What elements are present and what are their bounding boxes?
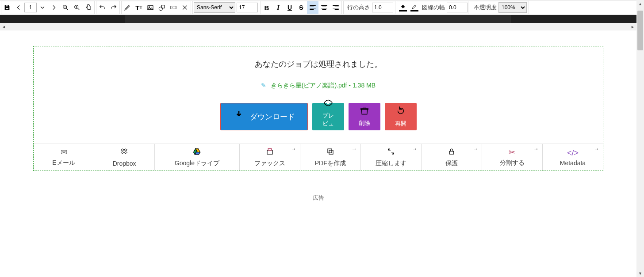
- svg-rect-8: [171, 6, 176, 9]
- scroll-down-button[interactable]: ▼: [636, 269, 644, 277]
- line-height-input[interactable]: [372, 3, 393, 12]
- svg-rect-12: [329, 150, 333, 154]
- download-button[interactable]: ダウンロード: [220, 103, 308, 130]
- strikethrough-button[interactable]: S: [295, 1, 307, 14]
- scissors-icon: ✂: [509, 148, 515, 157]
- svg-rect-14: [449, 151, 453, 154]
- svg-rect-11: [268, 148, 272, 150]
- horizontal-scrollbar[interactable]: ◄ ►: [0, 23, 636, 30]
- editor-toolbar: TT Sans-Serif B I U S 行の高さ: [0, 0, 636, 15]
- redo-button[interactable]: [108, 1, 119, 14]
- card-label: 圧縮します: [376, 159, 406, 167]
- arrow-icon: →: [594, 146, 599, 152]
- align-left-button[interactable]: [307, 1, 318, 14]
- copy-icon: [326, 148, 334, 158]
- restart-label: 再開: [395, 120, 406, 128]
- lock-icon: [448, 148, 455, 158]
- result-file-row: ✎ きらきら星(ピアノ楽譜).pdf - 1.38 MB: [34, 82, 603, 90]
- svg-rect-0: [6, 5, 8, 7]
- result-panel: あなたのジョブは処理されました。 ✎ きらきら星(ピアノ楽譜).pdf - 1.…: [33, 46, 603, 171]
- underline-button[interactable]: U: [284, 1, 295, 14]
- card-label: Dropbox: [113, 160, 136, 167]
- gdrive-icon: [192, 148, 201, 158]
- preview-button[interactable]: プレビュー: [312, 103, 344, 130]
- download-icon: [233, 110, 245, 124]
- trash-icon: [360, 106, 369, 118]
- scroll-right-button[interactable]: ►: [629, 23, 636, 30]
- card-email[interactable]: ✉ Eメール: [34, 144, 94, 171]
- card-label: 分割する: [500, 159, 525, 167]
- code-icon: </>: [567, 148, 579, 158]
- fax-icon: [266, 148, 274, 158]
- card-label: ファックス: [254, 159, 285, 167]
- pencil-icon[interactable]: ✎: [261, 82, 266, 89]
- fill-color-button[interactable]: [397, 1, 409, 14]
- undo-button[interactable]: [96, 1, 108, 14]
- card-gdrive[interactable]: Googleドライブ: [155, 144, 239, 171]
- bold-button[interactable]: B: [261, 1, 272, 14]
- envelope-icon: ✉: [61, 148, 67, 157]
- arrow-icon: →: [412, 146, 418, 152]
- italic-button[interactable]: I: [272, 1, 284, 14]
- next-page-button[interactable]: [48, 1, 60, 14]
- scroll-thumb[interactable]: [637, 11, 643, 50]
- undo-icon: [396, 106, 406, 118]
- form-tool-button[interactable]: [168, 1, 179, 14]
- result-filename[interactable]: きらきら星(ピアノ楽譜).pdf: [271, 82, 347, 89]
- card-protect[interactable]: → 保護: [422, 144, 482, 171]
- delete-button[interactable]: 削除: [349, 103, 380, 130]
- align-center-button[interactable]: [318, 1, 330, 14]
- delete-label: 削除: [359, 119, 370, 127]
- save-button[interactable]: [1, 1, 13, 14]
- font-size-input[interactable]: [237, 3, 258, 12]
- zoom-out-button[interactable]: [60, 1, 71, 14]
- compress-icon: [387, 148, 395, 158]
- ad-label: 広告: [0, 194, 636, 202]
- dropbox-icon: [120, 148, 129, 158]
- shape-tool-button[interactable]: [156, 1, 168, 14]
- image-tool-button[interactable]: [145, 1, 156, 14]
- scroll-up-button[interactable]: ▲: [636, 0, 644, 8]
- text-tool-button[interactable]: TT: [133, 1, 145, 14]
- border-width-input[interactable]: [447, 3, 468, 12]
- prev-page-button[interactable]: [13, 1, 24, 14]
- page-number-input[interactable]: [24, 3, 37, 12]
- svg-rect-13: [328, 149, 332, 153]
- svg-point-7: [159, 7, 162, 11]
- card-metadata[interactable]: → </> Metadata: [543, 144, 603, 171]
- arrow-icon: →: [291, 146, 296, 152]
- arrow-icon: →: [473, 146, 478, 152]
- opacity-select[interactable]: 100%: [498, 2, 527, 13]
- action-cards: ✉ Eメール Dropbox Googleドライブ →: [34, 144, 603, 171]
- card-dropbox[interactable]: Dropbox: [94, 144, 155, 171]
- pan-tool-button[interactable]: [83, 1, 94, 14]
- align-right-button[interactable]: [330, 1, 341, 14]
- svg-rect-10: [267, 150, 272, 154]
- zoom-in-button[interactable]: [71, 1, 83, 14]
- restart-button[interactable]: 再開: [385, 103, 417, 130]
- svg-point-9: [327, 102, 330, 104]
- border-width-label: 図線の幅: [420, 4, 447, 11]
- stroke-color-button[interactable]: [409, 1, 420, 14]
- preview-label: プレビュー: [320, 112, 336, 136]
- card-createpdf[interactable]: → PDFを作成: [300, 144, 361, 171]
- arrow-icon: →: [352, 146, 357, 152]
- arrow-icon: →: [533, 146, 539, 152]
- delete-element-button[interactable]: [179, 1, 191, 14]
- font-family-select[interactable]: Sans-Serif: [194, 2, 235, 13]
- card-compress[interactable]: → 圧縮します: [361, 144, 422, 171]
- card-fax[interactable]: → ファックス: [240, 144, 300, 171]
- card-split[interactable]: → ✂ 分割する: [482, 144, 543, 171]
- svg-rect-1: [6, 8, 9, 10]
- scroll-left-button[interactable]: ◄: [0, 23, 8, 30]
- download-label: ダウンロード: [250, 112, 295, 122]
- vertical-scrollbar[interactable]: ▲ ▼: [636, 0, 644, 277]
- pencil-tool-button[interactable]: [122, 1, 133, 14]
- card-label: PDFを作成: [315, 159, 346, 167]
- eye-icon: [323, 98, 333, 110]
- opacity-label: 不透明度: [472, 4, 498, 11]
- card-label: Eメール: [52, 159, 75, 167]
- result-title: あなたのジョブは処理されました。: [34, 59, 603, 69]
- page-dropdown-button[interactable]: [37, 1, 48, 14]
- line-height-label: 行の高さ: [345, 4, 372, 11]
